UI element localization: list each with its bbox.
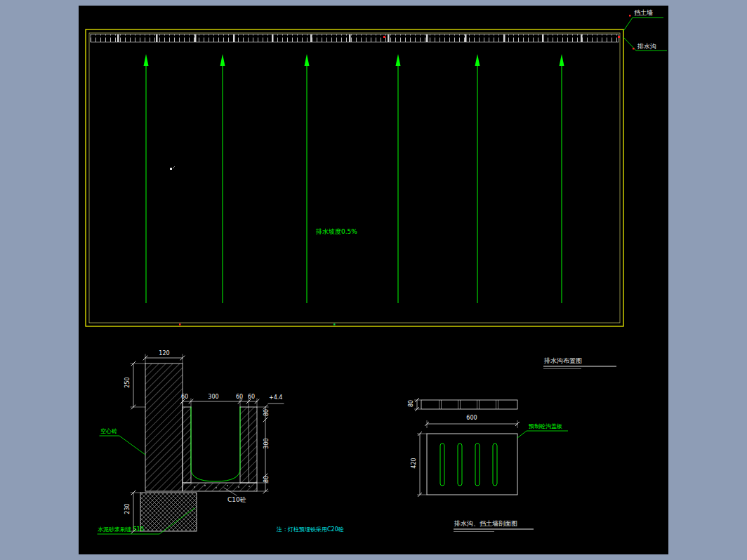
dim-cover-thickness: 80 xyxy=(409,394,414,413)
flow-arrows xyxy=(144,54,564,303)
layout-title: 排水沟布置图 xyxy=(544,358,582,364)
plan-view xyxy=(86,15,667,326)
plan-inner-border xyxy=(89,33,620,323)
retaining-wall-label: 挡土墙 xyxy=(634,10,653,16)
hollow-brick-label: 空心砖 xyxy=(100,429,117,434)
note-label: 注：灯柱预埋铁采用C20砼 xyxy=(277,527,344,533)
cover-slot xyxy=(475,444,480,486)
cover-slot xyxy=(440,444,444,486)
point-marker xyxy=(170,168,172,170)
dim-right-wall: 60 xyxy=(234,394,245,400)
red-marker xyxy=(179,324,181,326)
dim-wall-upper-height: 250 xyxy=(125,373,131,392)
red-marker xyxy=(383,36,385,38)
green-marker xyxy=(333,324,336,326)
channel-gutter-line xyxy=(191,407,240,481)
red-marker xyxy=(629,15,631,17)
cover-view xyxy=(414,366,616,532)
red-marker xyxy=(633,48,635,50)
elevation-label: +4.4 xyxy=(269,395,282,401)
dim-cover-width: 600 xyxy=(458,415,486,421)
plan-outer-border xyxy=(86,29,623,326)
cad-drawing xyxy=(79,6,668,554)
slope-label: 排水坡度0.5% xyxy=(316,229,357,235)
dim-channel-depth: 300 xyxy=(264,434,270,453)
cover-slot xyxy=(493,444,497,486)
dim-wall-width: 120 xyxy=(152,351,176,356)
cover-side-view xyxy=(421,400,517,409)
brick-footing xyxy=(140,493,197,531)
dim-right-lip: 60 xyxy=(246,394,257,400)
dim-left-wall: 60 xyxy=(179,394,190,400)
red-marker xyxy=(618,36,620,38)
channel-bottom-slab xyxy=(183,483,257,491)
dim-channel-width: 300 xyxy=(206,394,221,400)
dim-cover-height: 420 xyxy=(411,454,417,472)
channel-left-wall xyxy=(183,407,191,483)
dim-footing-height: 230 xyxy=(125,500,131,518)
drain-label: 排水沟 xyxy=(637,44,656,50)
section-title: 排水沟、挡土墙剖面图 xyxy=(454,521,517,527)
retaining-wall-leader xyxy=(623,18,663,31)
mortar-label: 水泥砂浆刷缝 S10 xyxy=(98,527,144,533)
wall-stem xyxy=(145,364,183,491)
dim-rim-height: 80 xyxy=(264,404,270,422)
concrete-label: C10砼 xyxy=(227,497,246,503)
drain-grate-panel-joints xyxy=(91,34,619,42)
hollow-brick-leader xyxy=(100,436,145,455)
cover-slot xyxy=(458,444,462,486)
cover-label-leader xyxy=(517,431,568,438)
cover-label: 预制砼沟盖板 xyxy=(529,424,562,429)
cad-canvas: 排水坡度0.5% 挡土墙 排水沟 120 250 60 300 60 60 +4… xyxy=(79,6,668,554)
dim-slab-height: 80 xyxy=(264,470,270,488)
